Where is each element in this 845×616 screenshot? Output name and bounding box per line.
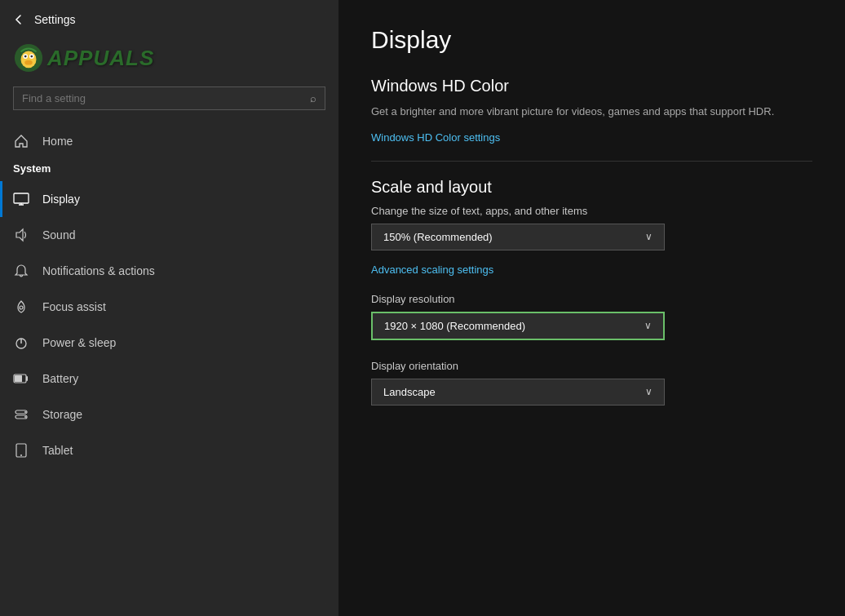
sidebar-item-home[interactable]: Home	[0, 123, 338, 159]
advanced-scaling-link[interactable]: Advanced scaling settings	[371, 264, 493, 276]
sidebar-item-power-sleep[interactable]: Power & sleep	[0, 325, 338, 361]
sidebar: Settings APPUALS ⌕	[0, 0, 338, 616]
sidebar-item-label-notifications: Notifications & actions	[42, 264, 155, 277]
scale-layout-title: Scale and layout	[371, 178, 812, 197]
scale-field: Change the size of text, apps, and other…	[371, 205, 812, 277]
svg-point-5	[30, 55, 33, 58]
hd-color-description: Get a brighter and more vibrant picture …	[371, 104, 812, 120]
hd-color-section: Windows HD Color Get a brighter and more…	[371, 77, 812, 144]
svg-point-9	[20, 306, 23, 309]
back-button[interactable]	[13, 14, 24, 25]
sidebar-item-battery[interactable]: Battery	[0, 361, 338, 397]
sidebar-item-label-power: Power & sleep	[42, 336, 116, 349]
sidebar-item-display[interactable]: Display	[0, 181, 338, 217]
resolution-dropdown[interactable]: 1920 × 1080 (Recommended) ∨	[371, 312, 665, 340]
orientation-dropdown[interactable]: Landscape ∨	[371, 379, 665, 405]
hd-color-title: Windows HD Color	[371, 77, 812, 95]
sidebar-item-notifications[interactable]: Notifications & actions	[0, 253, 338, 289]
svg-point-6	[24, 60, 33, 65]
resolution-chevron-icon: ∨	[644, 320, 652, 331]
svg-rect-7	[14, 193, 29, 203]
svg-point-15	[24, 411, 26, 413]
orientation-chevron-icon: ∨	[645, 386, 653, 397]
svg-rect-12	[15, 375, 22, 382]
storage-icon	[13, 406, 29, 423]
logo-text: APPUALS	[47, 46, 154, 71]
sidebar-item-label-storage: Storage	[42, 408, 82, 421]
scale-layout-section: Scale and layout Change the size of text…	[371, 178, 812, 405]
search-icon: ⌕	[310, 92, 316, 104]
home-icon	[13, 133, 29, 149]
orientation-field: Display orientation Landscape ∨	[371, 360, 812, 405]
sidebar-item-label-display: Display	[42, 193, 80, 206]
battery-icon	[13, 370, 29, 387]
sidebar-item-label-tablet: Tablet	[42, 444, 73, 457]
search-box[interactable]: ⌕	[13, 86, 325, 110]
scale-label: Change the size of text, apps, and other…	[371, 205, 812, 217]
svg-point-1	[21, 51, 37, 68]
display-icon	[13, 191, 29, 207]
power-icon	[13, 335, 29, 351]
svg-point-4	[24, 55, 27, 58]
hd-color-link[interactable]: Windows HD Color settings	[371, 131, 500, 144]
resolution-field: Display resolution 1920 × 1080 (Recommen…	[371, 293, 812, 340]
sidebar-item-label-home: Home	[42, 135, 73, 148]
svg-point-18	[20, 454, 22, 456]
tablet-icon	[13, 442, 29, 459]
notifications-icon	[13, 263, 29, 279]
logo-icon	[13, 42, 44, 73]
settings-title: Settings	[34, 13, 76, 26]
sidebar-item-tablet[interactable]: Tablet	[0, 432, 338, 468]
focus-assist-icon	[13, 299, 29, 315]
scale-dropdown[interactable]: 150% (Recommended) ∨	[371, 224, 665, 250]
orientation-value: Landscape	[383, 386, 436, 398]
sidebar-item-label-focus-assist: Focus assist	[42, 300, 106, 313]
divider-1	[371, 161, 812, 162]
resolution-label: Display resolution	[371, 293, 812, 305]
sidebar-item-focus-assist[interactable]: Focus assist	[0, 289, 338, 325]
sidebar-item-storage[interactable]: Storage	[0, 397, 338, 432]
sound-icon	[13, 227, 29, 243]
svg-point-16	[24, 416, 26, 418]
resolution-value: 1920 × 1080 (Recommended)	[384, 320, 525, 332]
sidebar-item-label-sound: Sound	[42, 228, 75, 242]
sidebar-item-label-battery: Battery	[42, 372, 78, 385]
sidebar-item-sound[interactable]: Sound	[0, 217, 338, 253]
scale-chevron-icon: ∨	[645, 231, 653, 242]
search-input[interactable]	[22, 92, 310, 104]
titlebar: Settings	[0, 0, 338, 39]
orientation-label: Display orientation	[371, 360, 812, 372]
page-title: Display	[371, 26, 812, 54]
system-section-label: System	[0, 159, 338, 181]
main-content: Display Windows HD Color Get a brighter …	[338, 0, 845, 616]
svg-marker-8	[16, 229, 23, 241]
logo-area: APPUALS	[0, 39, 338, 83]
scale-value: 150% (Recommended)	[383, 231, 493, 243]
